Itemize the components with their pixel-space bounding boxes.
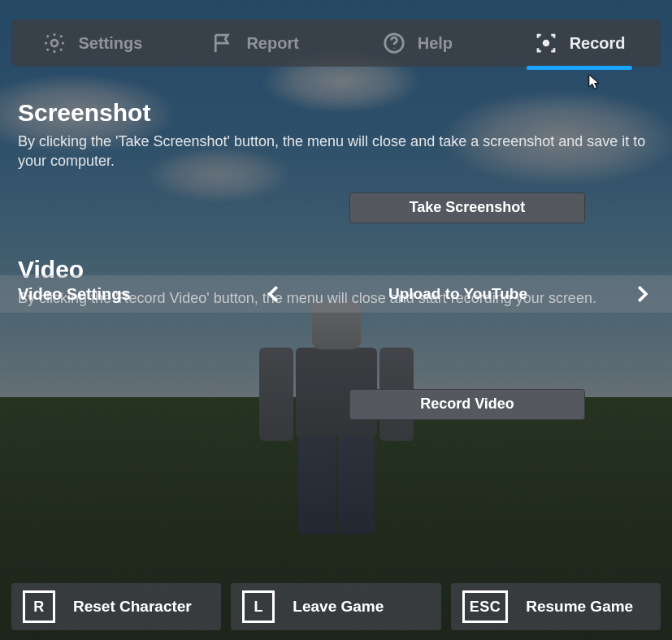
video-settings-row: Video Settings Upload to YouTube <box>0 275 672 313</box>
chevron-left-icon[interactable] <box>262 282 286 306</box>
button-label: Resume Game <box>526 598 633 616</box>
resume-game-button[interactable]: ESC Resume Game <box>451 583 661 630</box>
button-label: Reset Character <box>73 598 192 616</box>
reset-character-button[interactable]: R Reset Character <box>11 583 221 630</box>
bottom-bar: R Reset Character L Leave Game ESC Resum… <box>11 583 661 630</box>
tab-label: Settings <box>78 34 142 53</box>
svg-point-3 <box>542 40 549 47</box>
svg-point-2 <box>393 48 395 50</box>
gear-icon <box>42 31 67 55</box>
record-icon <box>534 31 558 55</box>
menu-overlay: Settings Report Help Record <box>0 0 672 640</box>
keycap: L <box>242 590 275 623</box>
keycap: ESC <box>462 590 509 623</box>
screenshot-heading: Screenshot <box>18 99 654 127</box>
record-video-button[interactable]: Record Video <box>349 389 585 420</box>
svg-point-0 <box>51 40 58 46</box>
screenshot-description: By clicking the 'Take Screenshot' button… <box>18 132 654 171</box>
keycap: R <box>23 590 55 623</box>
tab-label: Report <box>246 34 298 53</box>
tab-label: Record <box>570 34 626 53</box>
tab-settings[interactable]: Settings <box>11 19 174 67</box>
take-screenshot-button[interactable]: Take Screenshot <box>349 192 585 223</box>
tab-bar: Settings Report Help Record <box>11 19 661 67</box>
video-settings-value: Upload to YouTube <box>388 285 527 303</box>
tab-report[interactable]: Report <box>174 19 336 67</box>
record-panel: Screenshot By clicking the 'Take Screens… <box>0 67 672 640</box>
tab-help[interactable]: Help <box>336 19 499 67</box>
flag-icon <box>210 31 235 55</box>
button-label: Leave Game <box>293 598 384 616</box>
leave-game-button[interactable]: L Leave Game <box>231 583 440 630</box>
chevron-right-icon[interactable] <box>630 282 654 306</box>
tab-label: Help <box>418 34 453 53</box>
video-settings-label: Video Settings <box>18 285 262 304</box>
tab-record[interactable]: Record <box>498 19 661 67</box>
help-icon <box>382 31 406 55</box>
